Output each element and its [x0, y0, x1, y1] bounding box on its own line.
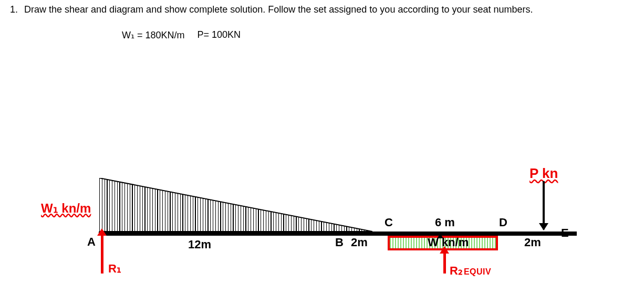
uniform-load-up-icon: [437, 234, 443, 238]
beam-diagram: W₁ kn/m A B C D E 12m 2m 6 m 2m W kn/m P…: [41, 171, 587, 291]
question-row: 1. Draw the shear and diagram and show c…: [6, 4, 533, 15]
point-E-label: E: [561, 226, 569, 240]
triangular-load: [99, 178, 372, 232]
reaction-R2-label: R₂EQUIV: [450, 264, 491, 278]
dim-CD: 6 m: [435, 216, 455, 229]
point-C-label: C: [385, 216, 393, 229]
dim-BC: 2m: [351, 236, 368, 249]
reaction-R1-arrow-icon: [101, 235, 103, 274]
question-number: 1.: [6, 4, 18, 15]
beam-line: [99, 232, 577, 236]
reaction-R2-arrow-icon: [443, 253, 446, 274]
triangular-load-outline: [99, 178, 372, 232]
point-load-P-arrow-icon: [543, 181, 545, 229]
param-p: P= 100KN: [198, 29, 241, 41]
uniform-load-label: W kn/m: [428, 236, 469, 249]
given-parameters: W₁ = 180KN/m P= 100KN: [122, 29, 241, 41]
point-D-label: D: [499, 216, 507, 229]
point-load-P-label: P kn: [529, 165, 558, 182]
svg-marker-0: [99, 178, 372, 232]
w1-load-label: W₁ kn/m: [41, 201, 91, 216]
dim-DE: 2m: [524, 236, 541, 249]
reaction-R1-label: R₁: [108, 262, 121, 276]
point-B-label: B: [335, 236, 344, 249]
question-text: Draw the shear and diagram and show comp…: [24, 4, 533, 15]
param-w1: W₁ = 180KN/m: [122, 29, 185, 41]
point-A-label: A: [87, 235, 96, 249]
dim-AB: 12m: [188, 238, 211, 251]
